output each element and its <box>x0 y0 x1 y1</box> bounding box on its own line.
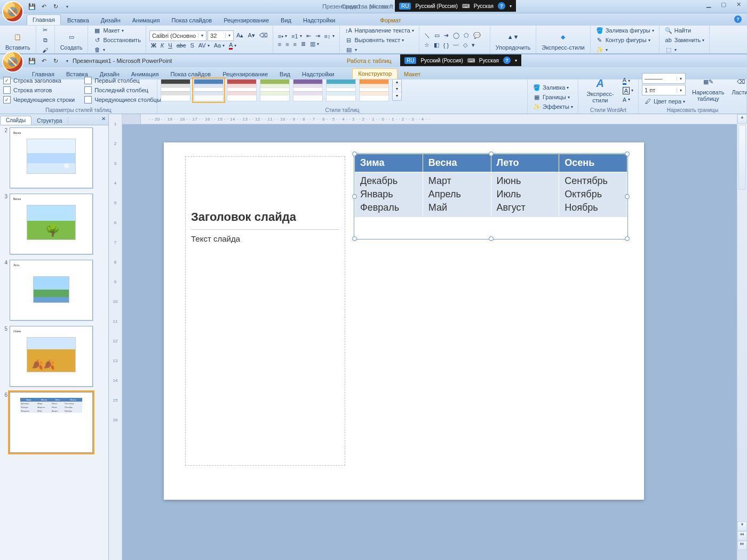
wordart-fill-button[interactable]: A <box>621 76 635 85</box>
thumb-6[interactable]: ЗимаВеснаЛетоОсень ДекабрьМартИюньСентяб… <box>10 392 93 453</box>
ribbon-help-icon[interactable]: ? <box>734 15 742 23</box>
outline-tab[interactable]: Структура <box>31 117 68 125</box>
cell-winter[interactable]: Декабрь Январь Февраль <box>355 172 423 218</box>
copy-button[interactable]: ⧉ <box>39 35 51 45</box>
next-slide-button[interactable]: ⏭ <box>737 541 747 550</box>
shape-curve-icon[interactable]: 〰 <box>451 42 460 49</box>
font-color-button[interactable]: A <box>227 41 238 50</box>
qat-save-inner[interactable]: 💾 <box>27 55 37 66</box>
shape-bracket-icon[interactable]: { } <box>442 42 450 49</box>
thumb-5[interactable]: Осень 🍂🍂 <box>10 326 93 387</box>
slides-pane-close[interactable]: ✕ <box>100 116 107 122</box>
table-borders-button[interactable]: ▦Границы <box>531 92 575 102</box>
tab-home[interactable]: Главная <box>27 14 61 25</box>
pen-style-combo[interactable]: ―――▾ <box>642 73 686 84</box>
tab-anim[interactable]: Анимация <box>127 15 165 25</box>
col-winter[interactable]: Зима <box>355 154 423 172</box>
shape-arrow-icon[interactable]: ➔ <box>442 31 450 39</box>
thumb-3[interactable]: Весна 🌳 <box>10 194 93 254</box>
shape-fill-button[interactable]: 🪣Заливка фигуры <box>594 26 656 35</box>
tab-review[interactable]: Рецензирование <box>218 15 274 25</box>
col-summer[interactable]: Лето <box>491 154 559 172</box>
opt-total-row[interactable]: Строка итогов <box>3 86 75 94</box>
qat-undo-icon[interactable]: ↶ <box>38 1 49 12</box>
scroll-down-button[interactable]: ▼ <box>737 522 747 531</box>
wordart-quickstyles-button[interactable]: A Экспресс-стили <box>582 75 619 105</box>
arrange-button[interactable]: ▲▼ Упорядочить <box>494 28 533 52</box>
select-button[interactable]: ⬚ <box>663 45 706 54</box>
columns-button[interactable]: ▥ <box>308 40 321 48</box>
qat-save-icon[interactable]: 💾 <box>27 1 37 12</box>
align-center-button[interactable]: ≡ <box>284 41 290 48</box>
slide-editor[interactable]: Заголовок слайда Текст слайда <box>122 124 737 560</box>
close-button[interactable]: ✕ <box>732 0 745 9</box>
tab-addins[interactable]: Надстройки <box>298 15 340 25</box>
bold-button[interactable]: Ж <box>149 42 158 49</box>
underline-button[interactable]: Ч <box>166 42 173 49</box>
tab-view[interactable]: Вид <box>275 15 297 25</box>
wordart-outline-button[interactable]: A <box>621 86 635 95</box>
table-effects-button[interactable]: ✨Эффекты <box>531 102 575 111</box>
vertical-scrollbar[interactable]: ▲ ▼ ⏮ ⏭ <box>737 114 747 560</box>
qat-customize[interactable] <box>62 1 73 12</box>
grow-font-button[interactable]: A▴ <box>235 31 245 39</box>
change-case-button[interactable]: Aa <box>212 42 226 49</box>
shape-effects-button[interactable]: ✨ <box>594 45 656 54</box>
shape-callout-icon[interactable]: 💬 <box>472 31 482 39</box>
opt-last-col[interactable]: Последний столбец <box>84 86 161 94</box>
tab-slideshow[interactable]: Показ слайдов <box>166 15 217 25</box>
title-placeholder[interactable]: Заголовок слайда Текст слайда <box>185 156 345 466</box>
tab-design[interactable]: Дизайн <box>96 15 126 25</box>
new-slide-button[interactable]: ▭ Создать <box>58 28 85 52</box>
table-style-swatch-6[interactable] <box>359 79 389 101</box>
inc-indent-button[interactable]: ⇥ <box>314 32 322 40</box>
lang-code[interactable]: RU <box>399 3 411 10</box>
opt-banded-rows[interactable]: ✓Чередующиеся строки <box>3 96 75 103</box>
prev-slide-button[interactable]: ⏮ <box>737 531 747 541</box>
table-selection-frame[interactable]: Зима Весна Лето Осень Декабрь Январь Фев… <box>354 153 628 239</box>
slide-thumbnails[interactable]: 2 Весна ❄ 3 Весна 🌳 4 Лето <box>0 125 108 560</box>
office-button[interactable] <box>3 2 22 21</box>
shape-outline-button[interactable]: ✎Контур фигуры <box>594 35 656 45</box>
qat-undo-inner[interactable]: ↶ <box>38 55 49 66</box>
cut-button[interactable]: ✂ <box>39 25 51 35</box>
shape-flow-icon[interactable]: ◇ <box>462 41 469 49</box>
quick-styles-button[interactable]: ◆ Экспресс-стили <box>539 28 586 52</box>
qat-redo-icon[interactable]: ↻ <box>50 1 61 12</box>
align-left-button[interactable]: ≡ <box>276 41 283 48</box>
shrink-font-button[interactable]: A▾ <box>246 31 256 39</box>
slide-title[interactable]: Заголовок слайда <box>191 210 339 230</box>
line-spacing-button[interactable]: ≡↕ <box>323 33 336 40</box>
font-size-combo[interactable]: 32▾ <box>208 30 234 41</box>
wordart-effect-button[interactable]: A <box>621 96 635 103</box>
thumb-4[interactable]: Лето <box>10 260 93 321</box>
table-style-gallery[interactable]: ▴▾▾ <box>161 77 524 110</box>
replace-button[interactable]: abЗаменить <box>663 35 706 45</box>
ruler-toggle[interactable] <box>122 114 141 124</box>
opt-banded-cols[interactable]: Чередующиеся столбцы <box>84 96 161 103</box>
opt-first-col[interactable]: Первый столбец <box>84 77 161 84</box>
clear-format-button[interactable]: ⌫ <box>258 31 269 41</box>
tab-format[interactable]: Формат <box>375 15 406 25</box>
text-direction-button[interactable]: ↕AНаправление текста <box>343 26 416 35</box>
shape-line-icon[interactable]: ＼ <box>423 31 432 40</box>
cell-spring[interactable]: Март Апрель Май <box>423 172 491 218</box>
pen-weight-combo[interactable]: 1 пт▾ <box>642 85 686 95</box>
thumb-2[interactable]: Весна ❄ <box>10 127 93 188</box>
delete-slide-button[interactable]: 🗑 <box>91 45 142 54</box>
find-button[interactable]: 🔍Найти <box>663 26 706 35</box>
slide-subtext[interactable]: Текст слайда <box>191 234 339 243</box>
dec-indent-button[interactable]: ⇤ <box>305 32 313 40</box>
cell-summer[interactable]: Июнь Июль Август <box>491 172 559 218</box>
gallery-more-button[interactable]: ▴▾▾ <box>392 79 402 101</box>
qat-redo-inner[interactable]: ↻ <box>50 55 61 66</box>
pen-color-button[interactable]: 🖊Цвет пера <box>642 97 687 106</box>
paste-button[interactable]: 📋 Вставить <box>3 28 33 52</box>
bullets-button[interactable]: ≡• <box>276 33 289 40</box>
tab-insert[interactable]: Вставка <box>62 15 94 25</box>
shape-rect-icon[interactable]: ▭ <box>433 31 441 39</box>
table-style-swatch-4[interactable] <box>293 79 323 101</box>
scroll-thumb[interactable] <box>738 125 746 190</box>
shadow-button[interactable]: S <box>188 42 195 49</box>
col-autumn[interactable]: Осень <box>559 154 627 172</box>
